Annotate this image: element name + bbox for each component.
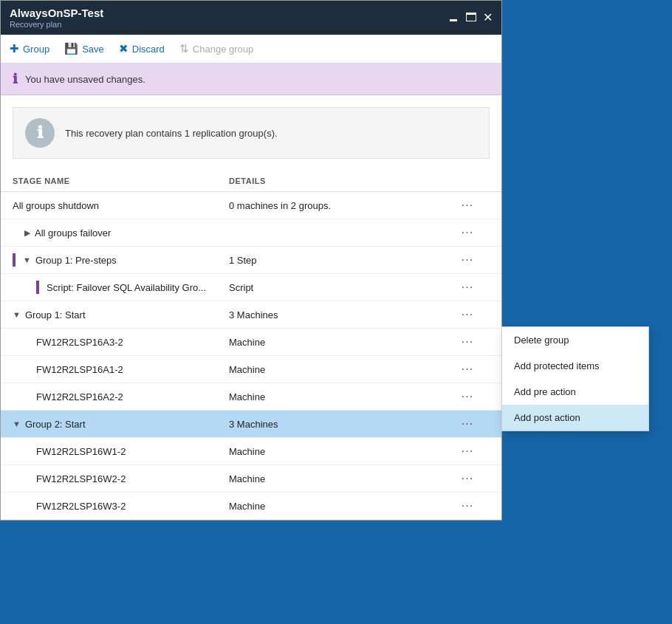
app-subtitle: Recovery plan (10, 20, 103, 29)
col-details: DETAILS (229, 176, 445, 185)
table-row: ▼ Group 1: Pre-steps 1 Step ··· (1, 247, 501, 274)
cell-details: 3 Machines (229, 419, 445, 430)
row-label: FW12R2LSP16W2-2 (36, 473, 126, 484)
change-group-label: Change group (193, 44, 253, 55)
discard-button[interactable]: ✖ Discard (119, 41, 165, 57)
cell-details: Machine (229, 391, 445, 402)
table-row: FW12R2LSP16W3-2 Machine ··· (1, 493, 501, 520)
cell-name: FW12R2LSP16A3-2 (13, 337, 229, 348)
context-menu-item-add-pre[interactable]: Add pre action (502, 379, 648, 405)
row-context-menu-btn[interactable]: ··· (445, 281, 490, 294)
cell-name: ▶ All groups failover (13, 227, 229, 239)
table-row: Script: Failover SQL Availability Gro...… (1, 274, 501, 301)
unsaved-banner: ℹ You have unsaved changes. (1, 64, 501, 95)
toolbar: ✚ Group 💾 Save ✖ Discard ⇅ Change group (1, 35, 501, 64)
app-title: AlwaysOnSP-Test (10, 7, 103, 19)
context-menu-item-add-post[interactable]: Add post action (502, 405, 648, 431)
cell-details: Machine (229, 501, 445, 512)
row-context-menu-btn[interactable]: ··· (445, 499, 490, 512)
table-row: ▶ All groups failover ··· (1, 219, 501, 247)
table-row: FW12R2LSP16A2-2 Machine ··· (1, 383, 501, 411)
info-large-icon: ℹ (25, 118, 55, 148)
title-bar-left: AlwaysOnSP-Test Recovery plan (10, 7, 103, 29)
group-label: Group (23, 44, 49, 55)
table-row: FW12R2LSP16W2-2 Machine ··· (1, 465, 501, 493)
row-context-menu-btn[interactable]: ··· (445, 199, 490, 212)
cell-details: 1 Step (229, 255, 445, 266)
row-context-menu-btn[interactable]: ··· (445, 253, 490, 267)
close-icon[interactable]: ✕ (483, 12, 493, 24)
change-group-icon: ⇅ (179, 42, 189, 55)
cell-name: FW12R2LSP16W1-2 (13, 446, 229, 457)
row-context-menu-btn[interactable]: ··· (445, 417, 490, 431)
save-button[interactable]: 💾 Save (64, 41, 104, 57)
table-row: FW12R2LSP16A3-2 Machine ··· (1, 329, 501, 356)
table-row-highlighted: ▼ Group 2: Start 3 Machines ··· (1, 411, 501, 438)
save-icon: 💾 (64, 42, 78, 55)
row-label: All groups shutdown (13, 200, 99, 211)
context-menu-item-delete-group[interactable]: Delete group (502, 327, 648, 353)
row-label: Group 1: Start (25, 309, 86, 320)
col-actions (445, 176, 490, 185)
table-row: FW12R2LSP16A1-2 Machine ··· (1, 356, 501, 383)
cell-name: FW12R2LSP16A2-2 (13, 391, 229, 402)
cell-details: Machine (229, 337, 445, 348)
save-label: Save (82, 44, 104, 55)
title-bar: AlwaysOnSP-Test Recovery plan 🗕 🗖 ✕ (1, 1, 501, 35)
plus-icon: ✚ (10, 42, 19, 55)
table-row: ▼ Group 1: Start 3 Machines ··· (1, 301, 501, 329)
row-label: FW12R2LSP16W3-2 (36, 501, 126, 512)
cell-name: All groups shutdown (13, 200, 229, 211)
context-menu-item-add-protected[interactable]: Add protected items (502, 353, 648, 379)
row-context-menu-btn[interactable]: ··· (445, 445, 490, 458)
cell-name: ▼ Group 2: Start (13, 419, 229, 430)
row-label: FW12R2LSP16A1-2 (36, 364, 123, 375)
cell-name: ▼ Group 1: Pre-steps (13, 253, 229, 267)
discard-icon: ✖ (119, 42, 128, 55)
expand-arrow: ▼ (23, 256, 31, 264)
maximize-icon[interactable]: 🗖 (465, 12, 477, 24)
info-icon: ℹ (13, 71, 18, 87)
row-context-menu-btn[interactable]: ··· (445, 226, 490, 239)
cell-name: ▼ Group 1: Start (13, 309, 229, 320)
discard-label: Discard (132, 44, 165, 55)
row-context-menu-btn[interactable]: ··· (445, 363, 490, 376)
title-bar-controls: 🗕 🗖 ✕ (448, 12, 493, 24)
cell-name: FW12R2LSP16A1-2 (13, 364, 229, 375)
info-box-text: This recovery plan contains 1 replicatio… (65, 128, 278, 139)
cell-details: Machine (229, 446, 445, 457)
purple-indicator (36, 281, 39, 294)
context-menu: Delete group Add protected items Add pre… (501, 326, 649, 431)
cell-name: FW12R2LSP16W3-2 (13, 501, 229, 512)
row-context-menu-btn[interactable]: ··· (445, 308, 490, 321)
expand-arrow: ▶ (24, 228, 30, 238)
row-context-menu-btn[interactable]: ··· (445, 390, 490, 403)
banner-text: You have unsaved changes. (25, 74, 145, 85)
col-stage-name: STAGE NAME (13, 176, 229, 185)
group-button[interactable]: ✚ Group (10, 41, 49, 57)
row-context-menu-btn[interactable]: ··· (445, 472, 490, 485)
row-label: All groups failover (35, 227, 111, 239)
info-box: ℹ This recovery plan contains 1 replicat… (13, 107, 490, 159)
table-header: STAGE NAME DETAILS (1, 171, 501, 192)
table-row: FW12R2LSP16W1-2 Machine ··· (1, 438, 501, 465)
cell-name: FW12R2LSP16W2-2 (13, 473, 229, 484)
cell-details: Script (229, 282, 445, 293)
main-window: AlwaysOnSP-Test Recovery plan 🗕 🗖 ✕ ✚ Gr… (0, 0, 502, 521)
table-row: All groups shutdown 0 machines in 2 grou… (1, 192, 501, 219)
cell-details: Machine (229, 364, 445, 375)
change-group-button[interactable]: ⇅ Change group (179, 41, 253, 57)
purple-indicator (13, 253, 16, 267)
cell-details: Machine (229, 473, 445, 484)
row-label: Script: Failover SQL Availability Gro... (47, 282, 206, 293)
row-label: Group 1: Pre-steps (35, 255, 117, 266)
cell-details: 3 Machines (229, 309, 445, 320)
minimize-icon[interactable]: 🗕 (448, 12, 459, 24)
row-context-menu-btn[interactable]: ··· (445, 335, 490, 349)
expand-arrow: ▼ (13, 419, 21, 428)
cell-name: Script: Failover SQL Availability Gro... (13, 281, 229, 294)
expand-arrow: ▼ (13, 310, 21, 319)
row-label: FW12R2LSP16A3-2 (36, 337, 123, 348)
row-label: FW12R2LSP16W1-2 (36, 446, 126, 457)
row-label: Group 2: Start (25, 419, 86, 430)
